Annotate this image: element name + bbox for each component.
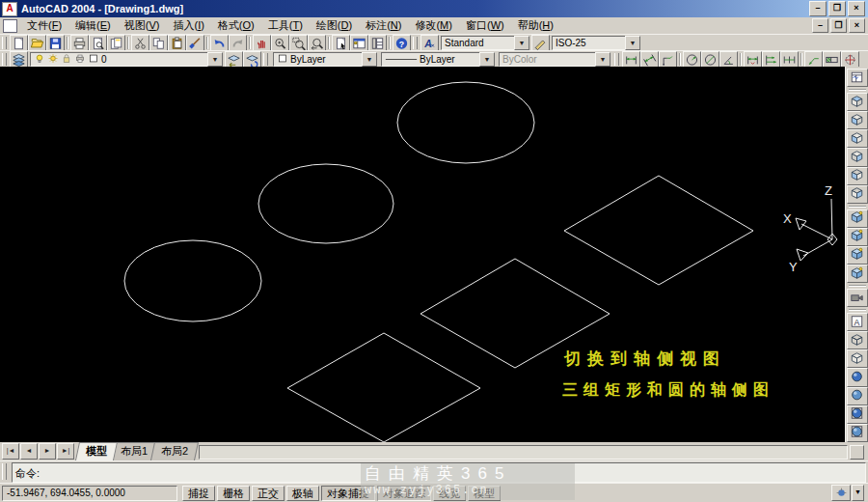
shade-hidden-button[interactable] — [847, 349, 868, 368]
properties-button[interactable] — [332, 35, 350, 51]
plot-style-combo[interactable]: ByColor▼ — [499, 52, 610, 67]
tab-model[interactable]: 模型 — [75, 442, 118, 460]
layer-manager-button[interactable] — [10, 51, 28, 68]
layer-previous-button[interactable] — [225, 51, 243, 68]
toolbar-grip[interactable] — [263, 53, 268, 66]
first-tab-button[interactable]: |◄ — [2, 443, 19, 460]
view-nw-iso-button[interactable] — [847, 265, 868, 283]
dim-style-combo[interactable]: ISO-25▼ — [552, 36, 640, 50]
dim-center-button[interactable] — [841, 51, 859, 68]
shade-flat-edges-button[interactable] — [847, 405, 868, 424]
status-toggle-2[interactable]: 栅格 — [217, 486, 250, 501]
named-views-button[interactable] — [847, 69, 868, 87]
menu-item-4[interactable]: 插入(I) — [166, 16, 210, 35]
menu-item-7[interactable]: 绘图(D) — [310, 16, 359, 35]
view-right-button[interactable] — [847, 148, 868, 166]
dim-radius-button[interactable] — [683, 51, 701, 68]
redo-button[interactable] — [229, 35, 247, 51]
undo-button[interactable] — [210, 35, 229, 51]
dim-continue-button[interactable] — [780, 51, 799, 68]
doc-minimize-button[interactable]: – — [812, 18, 828, 33]
status-toggle-3[interactable]: 正交 — [252, 486, 285, 501]
window-restore-button[interactable]: ❐ — [828, 1, 846, 16]
circle-shape-3[interactable] — [124, 240, 261, 321]
toolbar-grip[interactable] — [614, 53, 619, 66]
dim-tolerance-button[interactable] — [823, 51, 841, 68]
dim-baseline-button[interactable] — [762, 51, 780, 68]
communication-center-icon[interactable] — [831, 485, 851, 501]
tray-dropdown-button[interactable]: ▼ — [852, 485, 864, 501]
pan-button[interactable] — [253, 35, 271, 51]
doc-restore-button[interactable]: ❐ — [830, 18, 847, 33]
camera-button[interactable] — [847, 289, 868, 307]
window-close-button[interactable]: × — [848, 1, 865, 16]
cut-button[interactable] — [131, 35, 149, 51]
menu-item-5[interactable]: 格式(O) — [211, 16, 261, 35]
drawing-canvas[interactable]: XYZ 切换到轴侧视图 三组矩形和圆的轴侧图 — [0, 67, 845, 442]
design-center-button[interactable] — [350, 35, 368, 51]
menu-item-6[interactable]: 工具(T) — [261, 16, 310, 35]
status-toggle-1[interactable]: 捕捉 — [182, 486, 215, 501]
view-se-iso-button[interactable] — [847, 228, 868, 246]
plot-preview-button[interactable] — [89, 35, 107, 51]
color-combo-dropdown-button[interactable]: ▼ — [362, 52, 377, 67]
toolbar-grip[interactable] — [413, 37, 418, 49]
menu-item-2[interactable]: 编辑(E) — [68, 16, 118, 35]
tool-palettes-button[interactable] — [368, 35, 387, 51]
text-style-combo-dropdown-button[interactable]: ▼ — [514, 36, 529, 50]
zoom-realtime-button[interactable] — [271, 35, 289, 51]
horizontal-scrollbar[interactable] — [199, 445, 848, 460]
save-button[interactable] — [46, 35, 65, 51]
shade-flat-button[interactable] — [847, 368, 868, 386]
status-toggle-4[interactable]: 极轴 — [286, 486, 319, 501]
dim-style-combo-dropdown-button[interactable]: ▼ — [625, 36, 640, 50]
linetype-combo[interactable]: ByLayer▼ — [381, 52, 495, 67]
linetype-combo-dropdown-button[interactable]: ▼ — [479, 52, 495, 67]
view-ne-iso-button[interactable] — [847, 246, 868, 265]
toolbar-grip[interactable] — [2, 37, 7, 49]
layer-states-button[interactable] — [243, 51, 261, 68]
toolbar-grip[interactable] — [2, 53, 7, 66]
next-tab-button[interactable]: ► — [39, 443, 56, 460]
scrollbar-end-button[interactable] — [850, 445, 864, 460]
plot-style-combo-dropdown-button[interactable]: ▼ — [595, 52, 610, 67]
new-button[interactable] — [10, 35, 28, 51]
dim-aligned-button[interactable] — [640, 51, 659, 68]
dim-ordinate-button[interactable] — [659, 51, 677, 68]
dim-linear-button[interactable] — [622, 51, 640, 68]
zoom-window-button[interactable] — [289, 35, 308, 51]
view-sw-iso-button[interactable] — [847, 209, 868, 228]
document-icon[interactable] — [3, 19, 17, 33]
shade-gouraud-edges-button[interactable] — [847, 424, 868, 442]
dim-diameter-button[interactable] — [701, 51, 719, 68]
help-button[interactable]: ? — [393, 35, 411, 51]
text-style-button[interactable]: A — [420, 35, 439, 51]
plot-button[interactable] — [70, 35, 89, 51]
menu-item-3[interactable]: 视图(V) — [118, 16, 167, 35]
text-style-combo[interactable]: Standard▼ — [441, 36, 529, 50]
circle-shape-2[interactable] — [258, 164, 393, 243]
view-left-button[interactable] — [847, 129, 868, 148]
open-button[interactable] — [28, 35, 46, 51]
layer-combo[interactable]: 0▼ — [30, 52, 223, 67]
dim-leader-button[interactable] — [804, 51, 823, 68]
shade-gouraud-button[interactable] — [847, 387, 868, 405]
publish-button[interactable] — [107, 35, 125, 51]
view-bottom-button[interactable] — [847, 111, 868, 129]
view-front-button[interactable] — [847, 167, 868, 185]
menu-item-9[interactable]: 修改(M) — [408, 16, 459, 35]
paste-button[interactable] — [168, 35, 186, 51]
menu-item-8[interactable]: 标注(N) — [359, 16, 408, 35]
layer-combo-dropdown-button[interactable]: ▼ — [207, 52, 223, 67]
view-top-button[interactable] — [847, 93, 868, 111]
menu-item-11[interactable]: 帮助(H) — [511, 16, 560, 35]
match-properties-button[interactable] — [186, 35, 204, 51]
rectangle-shape-4[interactable] — [564, 176, 753, 285]
dim-quick-button[interactable] — [744, 51, 762, 68]
copy-button[interactable] — [149, 35, 168, 51]
shade-3d-wireframe-button[interactable] — [847, 331, 868, 349]
command-grip[interactable] — [2, 463, 7, 480]
view-back-button[interactable] — [847, 185, 868, 204]
color-combo[interactable]: ByLayer▼ — [273, 52, 377, 67]
prev-tab-button[interactable]: ◄ — [20, 443, 38, 460]
